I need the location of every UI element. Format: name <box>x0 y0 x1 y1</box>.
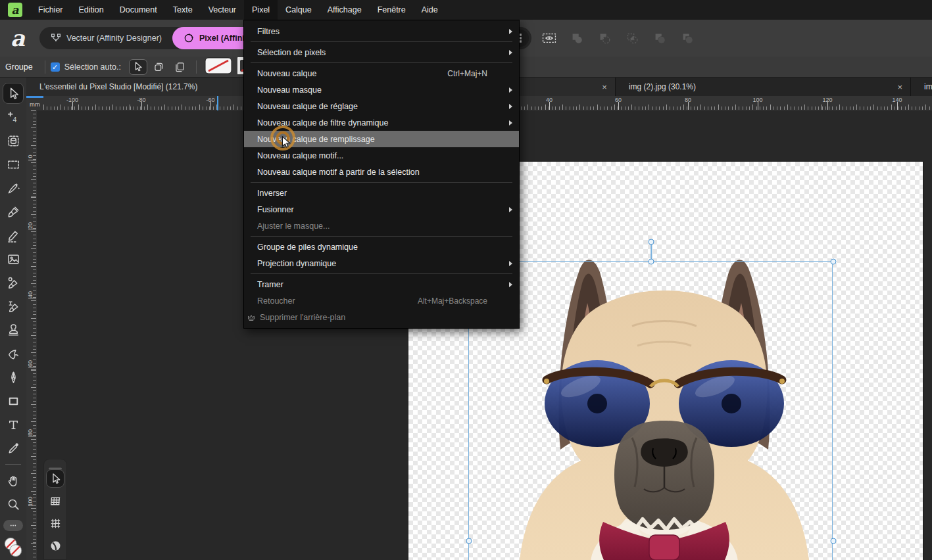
rectangle-tool[interactable] <box>3 390 24 411</box>
submenu-arrow-icon <box>509 87 512 93</box>
menu-item-5[interactable]: Nouveau masque <box>244 82 519 98</box>
menu-item-2[interactable]: Sélection de pixels <box>244 44 519 60</box>
more-tools-button[interactable] <box>3 520 23 531</box>
ruler-major-tick <box>758 102 758 110</box>
colour-replacement-brush-tool[interactable] <box>3 272 24 293</box>
select-object-mode-button[interactable] <box>129 59 147 75</box>
rotation-handle[interactable] <box>649 239 654 245</box>
menubar-item-document[interactable]: Document <box>112 0 165 20</box>
tab-document-3[interactable]: img <box>911 78 932 96</box>
divider <box>45 60 45 74</box>
show-selection-toggle[interactable] <box>539 29 559 47</box>
tab-close-icon[interactable]: × <box>602 82 607 92</box>
smudge-tool[interactable] <box>3 343 24 364</box>
zoom-tool[interactable] <box>3 494 24 515</box>
menu-item-label: Sélection de pixels <box>257 48 326 57</box>
menu-item-label: Nouveau calque motif à partir de la séle… <box>257 168 420 177</box>
menubar-item-vecteur[interactable]: Vecteur <box>201 0 244 20</box>
tab-title: img <box>924 82 932 91</box>
menu-item-0[interactable]: Filtres <box>244 23 519 39</box>
mesh-warp-tool[interactable] <box>46 514 64 532</box>
geometry-intersect-button <box>622 29 642 47</box>
auto-select-mode-group <box>128 59 191 75</box>
tab-document-2[interactable]: img (2).jpg (30.1%) × <box>616 78 911 96</box>
menu-item-4[interactable]: Nouveau calqueCtrl+Maj+N <box>244 65 519 82</box>
move-tool[interactable] <box>3 83 24 104</box>
menu-item-17[interactable]: Projection dynamique <box>244 255 519 271</box>
warp-move-tool[interactable] <box>46 469 64 488</box>
view-pan-tool[interactable] <box>3 470 24 491</box>
clone-stamp-tool[interactable] <box>3 319 24 340</box>
mesh-grid-tool[interactable] <box>46 492 64 510</box>
select-duplicate-mode-button[interactable] <box>171 59 189 75</box>
menu-bar-items: FichierEditionDocumentTexteVecteurPixelC… <box>30 0 446 20</box>
toolbar-drag-handle[interactable] <box>47 462 63 467</box>
menubar-item-calque[interactable]: Calque <box>278 0 320 20</box>
handle-top-center[interactable] <box>649 259 654 265</box>
artistic-text-tool[interactable] <box>3 414 24 435</box>
menu-item-shortcut: Ctrl+Maj+N <box>447 69 487 78</box>
menu-item-label: Nouveau masque <box>257 85 322 95</box>
plus-4-tool[interactable]: 4 <box>3 106 24 128</box>
persona-vector-button[interactable]: Vecteur (Affinity Designer) <box>39 27 172 49</box>
submenu-arrow-icon <box>509 50 512 55</box>
ruler-tick-label: 80 <box>27 426 34 439</box>
selection-brush-tool[interactable] <box>3 177 24 198</box>
menu-item-16[interactable]: Groupe de piles dynamique <box>244 239 519 255</box>
marquee-select-tool[interactable] <box>3 154 24 175</box>
menubar-item-pixel[interactable]: Pixel <box>244 0 278 20</box>
persona-vector-label: Vecteur (Affinity Designer) <box>66 34 162 43</box>
menu-item-8[interactable]: Nouveau calque de remplissage <box>244 131 519 147</box>
selection-bounding-box[interactable] <box>468 261 833 560</box>
fill-stroke-none-swatch[interactable] <box>3 536 24 557</box>
ruler-unit-box[interactable]: mm <box>26 96 43 110</box>
menubar-item-edition[interactable]: Edition <box>71 0 112 20</box>
auto-select-checkbox[interactable]: ✓ <box>51 62 60 72</box>
menu-separator <box>244 60 519 65</box>
place-image-tool[interactable] <box>3 248 24 269</box>
menu-item-19[interactable]: Tramer <box>244 276 519 292</box>
menu-item-7[interactable]: Nouveau calque de filtre dynamique <box>244 114 519 131</box>
ruler-tick-label: 20 <box>27 219 34 232</box>
menu-item-label: Nouveau calque de réglage <box>257 102 358 111</box>
ruler-major-tick <box>141 102 142 110</box>
pen-tool[interactable] <box>3 367 24 388</box>
menu-item-12[interactable]: Inverser <box>244 185 519 201</box>
menubar-item-aide[interactable]: Aide <box>414 0 446 20</box>
fill-none-swatch[interactable] <box>205 57 232 76</box>
menu-item-10[interactable]: Nouveau calque motif à partir de la séle… <box>244 164 519 180</box>
submenu-arrow-icon <box>509 282 512 287</box>
handle-mid-left[interactable] <box>466 538 472 544</box>
inpainting-brush-tool[interactable] <box>3 296 24 317</box>
menubar-item-fichier[interactable]: Fichier <box>30 0 71 20</box>
toolbar-icon-group <box>539 29 697 47</box>
colour-picker-tool[interactable] <box>3 438 24 459</box>
tools-panel: 4 <box>0 78 26 560</box>
handle-mid-right[interactable] <box>831 538 837 544</box>
ruler-major-tick <box>28 505 36 505</box>
pixel-persona-icon <box>183 32 195 44</box>
menu-separator <box>244 39 519 44</box>
menubar-item-affichage[interactable]: Affichage <box>320 0 370 20</box>
auto-select-label: Sélection auto.: <box>64 62 121 72</box>
tab-close-icon[interactable]: × <box>897 82 902 92</box>
menubar-item-texte[interactable]: Texte <box>165 0 201 20</box>
menu-item-6[interactable]: Nouveau calque de réglage <box>244 98 519 114</box>
sphere-warp-tool[interactable] <box>46 536 64 555</box>
menu-item-label: Ajuster le masque... <box>257 222 330 231</box>
menubar-item-fenêtre[interactable]: Fenêtre <box>370 0 414 20</box>
pixel-tool[interactable] <box>3 225 24 246</box>
menu-item-14: Ajuster le masque... <box>244 218 519 234</box>
submenu-arrow-icon <box>509 261 512 266</box>
submenu-arrow-icon <box>509 104 512 109</box>
paint-brush-tool[interactable] <box>3 201 24 222</box>
vertical-ruler[interactable]: 020406080100 <box>26 110 37 560</box>
menu-item-13[interactable]: Fusionner <box>244 201 519 218</box>
ruler-major-tick <box>688 102 689 110</box>
app-logo: a <box>8 3 22 17</box>
select-group-mode-button[interactable] <box>150 59 168 75</box>
handle-top-right[interactable] <box>831 259 837 265</box>
crop-tool[interactable] <box>3 130 24 151</box>
menu-item-9[interactable]: Nouveau calque motif... <box>244 147 519 164</box>
menu-bar: a FichierEditionDocumentTexteVecteurPixe… <box>0 0 932 20</box>
